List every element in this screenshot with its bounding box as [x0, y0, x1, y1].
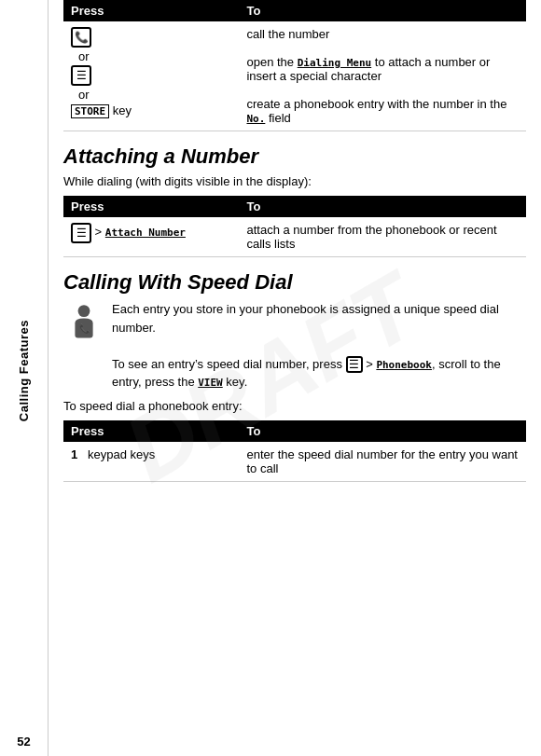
or-text-1: or	[71, 48, 231, 65]
attach-table-header-press: Press	[63, 196, 239, 217]
menu-icon-3	[346, 356, 363, 373]
top-table-header-press: Press	[63, 0, 239, 21]
speed-dial-section-title: Calling With Speed Dial	[63, 270, 526, 295]
phonebook-arrow: >	[366, 357, 376, 371]
store-key: STORE	[71, 104, 109, 118]
view-key-label: VIEW	[198, 377, 223, 389]
table-row: or or STORE key call the number open the…	[63, 21, 526, 131]
attaching-intro: While dialing (with digits visible in th…	[63, 174, 526, 188]
note-section: 📞 Each entry you store in your phonebook…	[63, 300, 526, 392]
speed-to-cell: enter the speed dial number for the entr…	[239, 442, 526, 482]
keypad-keys-label: keypad keys	[88, 447, 155, 461]
speed-table-header-to: To	[239, 420, 526, 442]
to-create-text: create a phonebook entry with the number…	[246, 97, 506, 125]
speed-table-header-press: Press	[63, 420, 239, 442]
or-text-2: or	[71, 86, 231, 103]
to-call-text: call the number	[246, 27, 329, 41]
store-key-label: key	[113, 103, 132, 117]
dialing-menu-label: Dialing Menu	[298, 57, 371, 69]
press-cell-top: or or STORE key	[63, 21, 239, 131]
sidebar: Calling Features 52	[0, 0, 49, 756]
top-table-header-to: To	[239, 0, 526, 21]
attaching-section-title: Attaching a Number	[63, 144, 526, 169]
svg-point-0	[78, 305, 90, 317]
sidebar-label: Calling Features	[17, 320, 31, 421]
main-content: Press To or or	[49, 0, 541, 756]
phone-svg: 📞	[65, 302, 103, 339]
attaching-press-table: Press To > Attach Number attach a number…	[63, 196, 526, 257]
no-field-label: No.	[246, 113, 265, 125]
attach-press-cell: > Attach Number	[63, 217, 239, 257]
speed-press-cell: 1 keypad keys	[63, 442, 239, 482]
to-cell-top: call the number open the Dialing Menu to…	[239, 21, 526, 131]
top-press-table: Press To or or	[63, 0, 526, 131]
menu-icon-2	[71, 223, 91, 243]
step-number: 1	[71, 447, 77, 461]
phone-note-icon: 📞	[63, 300, 104, 341]
table-row: > Attach Number attach a number from the…	[63, 217, 526, 257]
page-wrapper: Calling Features 52 Press To	[0, 0, 541, 756]
phonebook-label: Phonebook	[376, 359, 432, 371]
page-number: 52	[17, 735, 30, 749]
call-icon	[71, 27, 91, 48]
top-table-wrapper: Press To or or	[63, 0, 526, 131]
note-text-2: To see an entry’s speed dial number, pre…	[112, 355, 526, 392]
speed-dial-press-table: Press To 1 keypad keys enter the speed d…	[63, 420, 526, 482]
attach-table-header-to: To	[239, 196, 526, 217]
svg-text:📞: 📞	[79, 323, 90, 335]
speed-dial-intro: To speed dial a phonebook entry:	[63, 399, 526, 413]
table-row: 1 keypad keys enter the speed dial numbe…	[63, 442, 526, 482]
attach-to-cell: attach a number from the phonebook or re…	[239, 217, 526, 257]
note-text-block: Each entry you store in your phonebook i…	[112, 300, 526, 392]
to-open-text: open the Dialing Menu to attach a number…	[246, 55, 490, 83]
attach-number-label: Attach Number	[105, 227, 186, 239]
menu-icon	[71, 65, 91, 86]
note-text-1: Each entry you store in your phonebook i…	[112, 300, 526, 337]
